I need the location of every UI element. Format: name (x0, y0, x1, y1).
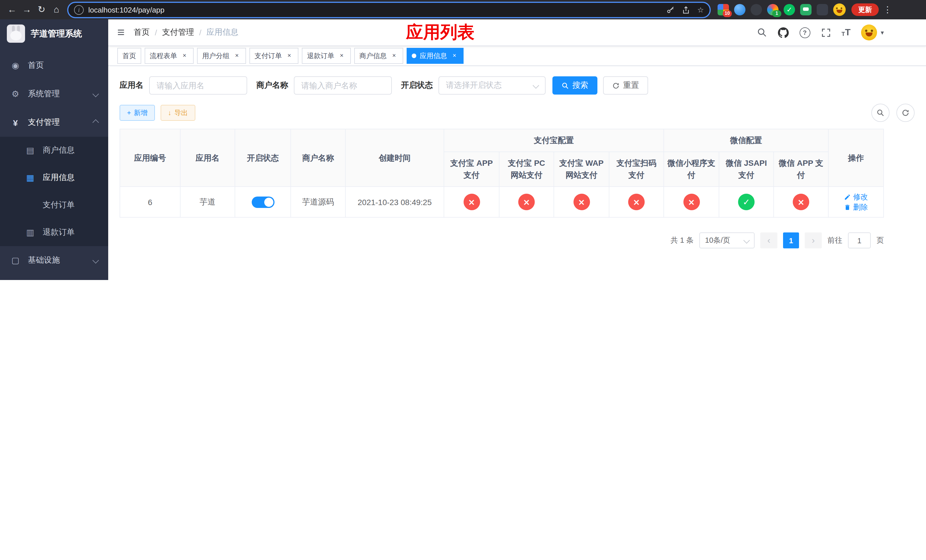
app-name-input[interactable] (149, 76, 247, 95)
bookmark-star-icon[interactable]: ☆ (698, 5, 704, 14)
avatar-image (861, 24, 877, 41)
url-text: localhost:1024/pay/app (88, 5, 662, 14)
status-toggle[interactable] (251, 196, 274, 207)
edit-link[interactable]: 修改 (844, 192, 868, 202)
cell-status (235, 186, 291, 217)
close-icon[interactable]: × (180, 52, 189, 60)
pagination: 共 1 条 10条/页 ‹ 1 › 前往 页 (120, 232, 915, 248)
column-header-actions: 操作 (828, 129, 884, 186)
tab-pay-order[interactable]: 支付订单× (250, 48, 298, 64)
column-header-merchant: 商户名称 (291, 129, 345, 186)
browser-update-button[interactable]: 更新 (851, 3, 879, 16)
export-button[interactable]: ↓ 导出 (160, 105, 195, 121)
sidebar-item-label: 支付订单 (43, 200, 75, 210)
page-size-select[interactable]: 10条/页 (699, 232, 755, 248)
column-header-app-id: 应用编号 (120, 129, 180, 186)
search-icon[interactable] (757, 27, 767, 38)
help-icon[interactable]: ? (799, 27, 810, 38)
close-icon[interactable]: × (390, 52, 398, 60)
fullscreen-icon[interactable] (821, 28, 831, 37)
current-page-button[interactable]: 1 (783, 232, 799, 248)
cell-alipay-app: × (444, 186, 499, 217)
share-icon[interactable] (682, 5, 690, 14)
chevron-down-icon (533, 82, 539, 89)
cell-merchant: 芋道源码 (291, 186, 345, 217)
cell-wx-app: × (774, 186, 828, 217)
status-select[interactable]: 请选择开启状态 (439, 76, 546, 95)
close-icon[interactable]: × (285, 52, 293, 60)
delete-link[interactable]: 删除 (844, 202, 868, 212)
font-size-icon[interactable]: TT (841, 28, 850, 37)
forward-icon[interactable]: → (20, 0, 34, 20)
config-status-icon: × (518, 194, 535, 210)
merchant-name-input[interactable] (294, 76, 392, 95)
card-icon: ▤ (25, 145, 35, 156)
sidebar-item-home[interactable]: ◉ 首页 (0, 51, 108, 80)
column-header-alipay-wap: 支付宝 WAP 网站支付 (554, 152, 609, 186)
close-icon[interactable]: × (451, 52, 458, 60)
tab-user-group[interactable]: 用户分组× (197, 48, 246, 64)
payment-submenu: ▤ 商户信息 ▦ 应用信息 支付订单 ▥ 退款订单 (0, 137, 108, 246)
extension-check-icon[interactable]: ✓ (784, 4, 795, 15)
reload-icon[interactable]: ↻ (34, 0, 49, 20)
delete-link-label: 删除 (853, 202, 868, 212)
prev-page-button[interactable]: ‹ (760, 232, 777, 248)
close-icon[interactable]: × (233, 52, 241, 60)
tab-home[interactable]: 首页 (117, 48, 141, 64)
extension-drop-icon[interactable] (734, 4, 746, 15)
add-button[interactable]: + 新增 (120, 105, 155, 121)
github-icon[interactable] (778, 27, 788, 38)
breadcrumb-home[interactable]: 首页 (134, 27, 150, 38)
browser-profile-avatar[interactable] (833, 3, 846, 16)
sidebar-item-app-info[interactable]: ▦ 应用信息 (0, 164, 108, 191)
tab-app-info[interactable]: 应用信息× (407, 48, 464, 64)
sidebar-item-label: 退款订单 (43, 227, 75, 238)
next-page-button[interactable]: › (805, 232, 822, 248)
sidebar-item-system[interactable]: ⚙ 系统管理 (0, 80, 108, 108)
tab-merchant-info[interactable]: 商户信息× (354, 48, 403, 64)
site-info-icon[interactable]: i (74, 5, 84, 15)
goto-page-input[interactable] (848, 232, 871, 248)
table-toolbar: + 新增 ↓ 导出 (120, 104, 915, 122)
table-tools (872, 104, 915, 122)
sidebar-item-devtools[interactable]: ⚒ 研发工具 (0, 275, 108, 280)
extension-grid-icon[interactable]: 10 (717, 4, 729, 15)
extensions-puzzle-icon[interactable] (817, 4, 828, 15)
sidebar-item-refund-order[interactable]: ▥ 退款订单 (0, 219, 108, 246)
breadcrumb-payment[interactable]: 支付管理 (162, 27, 194, 38)
chevron-down-icon (92, 257, 99, 264)
refresh-button[interactable] (896, 104, 915, 122)
toggle-search-button[interactable] (872, 104, 890, 122)
reset-button[interactable]: 重置 (603, 76, 648, 95)
collapse-sidebar-icon[interactable]: ≡ (117, 26, 125, 39)
home-icon[interactable]: ⌂ (49, 0, 64, 20)
back-icon[interactable]: ← (5, 0, 20, 20)
column-group-alipay: 支付宝配置 (444, 129, 664, 152)
browser-menu-icon[interactable]: ⋮ (883, 5, 892, 15)
password-key-icon[interactable] (667, 5, 675, 14)
config-status-icon: ✓ (738, 194, 755, 210)
tab-process-form[interactable]: 流程表单× (145, 48, 194, 64)
breadcrumb-current: 应用信息 (206, 27, 238, 38)
add-button-label: 新增 (134, 108, 147, 118)
tab-refund-order[interactable]: 退款订单× (302, 48, 351, 64)
extension-dark-icon[interactable] (750, 4, 762, 15)
sidebar-item-label: 首页 (28, 61, 44, 71)
sidebar-item-payment[interactable]: ¥ 支付管理 (0, 108, 108, 137)
user-avatar[interactable]: ▾ (861, 24, 884, 41)
select-placeholder: 请选择开启状态 (446, 80, 502, 91)
search-button[interactable]: 搜索 (552, 76, 598, 95)
sidebar-item-infrastructure[interactable]: ▢ 基础设施 (0, 246, 108, 275)
cell-alipay-pc: × (499, 186, 554, 217)
sidebar-item-merchant-info[interactable]: ▤ 商户信息 (0, 137, 108, 164)
address-bar[interactable]: i localhost:1024/pay/app ☆ (67, 2, 711, 18)
close-icon[interactable]: × (338, 52, 346, 60)
sidebar-item-pay-order[interactable]: 支付订单 (0, 191, 108, 219)
cell-alipay-wap: × (554, 186, 609, 217)
extension-color-icon[interactable]: 1 (767, 4, 779, 15)
status-label: 开启状态 (401, 80, 433, 91)
extension-chat-icon[interactable] (800, 4, 811, 15)
caret-down-icon: ▾ (881, 29, 884, 36)
column-header-app-name: 应用名 (180, 129, 235, 186)
breadcrumb-separator: / (155, 28, 157, 37)
